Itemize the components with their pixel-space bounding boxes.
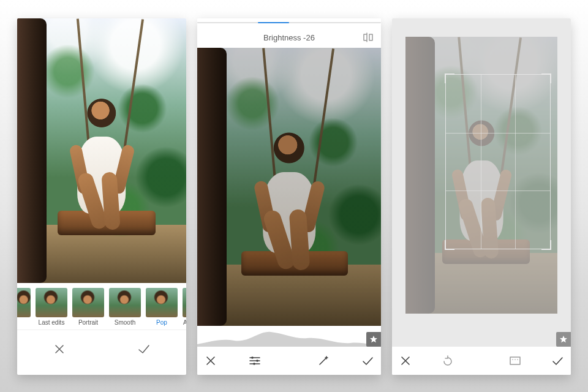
confirm-button[interactable]: [354, 349, 381, 373]
action-bar: [17, 330, 186, 368]
filter-label: Portrait: [78, 319, 98, 326]
svg-rect-3: [510, 357, 520, 364]
filter-item[interactable]: [17, 288, 31, 319]
filter-item-active[interactable]: Pop: [146, 288, 178, 326]
filter-thumbnail: [72, 288, 104, 317]
sliders-icon: [249, 355, 261, 366]
preview-image[interactable]: [197, 48, 381, 326]
favorite-badge[interactable]: [556, 332, 571, 347]
confirm-button[interactable]: [128, 337, 160, 361]
filter-item[interactable]: Smooth: [109, 288, 141, 326]
histogram: [197, 326, 381, 347]
check-icon: [137, 343, 151, 355]
filter-item[interactable]: Last edits: [36, 288, 67, 326]
filter-thumbnail: [17, 288, 31, 317]
confirm-button[interactable]: [544, 349, 571, 373]
check-icon: [361, 355, 374, 366]
filter-label: Pop: [156, 319, 167, 326]
cancel-button[interactable]: [392, 349, 419, 373]
filter-item[interactable]: Accentuate: [183, 288, 186, 326]
filter-label: Smooth: [115, 319, 135, 326]
crop-toolbar: [392, 347, 571, 375]
close-icon: [400, 355, 411, 366]
favorite-badge[interactable]: [366, 332, 381, 347]
filter-label: Accentuate: [183, 319, 186, 326]
adjustment-slider[interactable]: [197, 18, 381, 27]
compare-icon: [362, 32, 374, 43]
screen-crop: [392, 18, 571, 375]
filter-item[interactable]: Portrait: [72, 288, 104, 326]
auto-button[interactable]: [307, 349, 339, 373]
cancel-button[interactable]: [43, 337, 75, 361]
close-icon: [205, 355, 216, 366]
tune-toolbar: [197, 347, 381, 375]
filter-label: Last edits: [39, 319, 65, 326]
svg-point-5: [514, 359, 516, 360]
tune-button[interactable]: [239, 349, 271, 373]
compare-button[interactable]: [361, 31, 375, 44]
filter-strip[interactable]: Last edits Portrait Smooth Pop Accentuat…: [17, 283, 186, 330]
star-icon: [559, 335, 568, 344]
filter-thumbnail: [36, 288, 67, 317]
screen-tune: Brightness -26: [197, 18, 381, 375]
filter-thumbnail: [146, 288, 178, 317]
filter-thumbnail: [183, 288, 186, 317]
check-icon: [551, 355, 564, 366]
dim-overlay: [392, 18, 571, 375]
aspect-button[interactable]: [499, 349, 531, 373]
screen-filters: Last edits Portrait Smooth Pop Accentuat…: [17, 18, 186, 375]
adjustment-title-bar: Brightness -26: [197, 27, 381, 48]
svg-point-0: [251, 356, 254, 359]
rotate-icon: [441, 355, 454, 367]
svg-point-6: [517, 359, 518, 360]
svg-point-1: [256, 360, 258, 362]
magic-wand-icon: [317, 355, 330, 367]
adjustment-title: Brightness -26: [263, 33, 315, 42]
svg-point-4: [512, 359, 513, 360]
aspect-ratio-icon: [508, 355, 522, 366]
svg-point-2: [253, 363, 255, 365]
rotate-button[interactable]: [432, 349, 464, 373]
preview-image[interactable]: [17, 18, 186, 283]
close-icon: [53, 343, 66, 355]
cancel-button[interactable]: [197, 349, 224, 373]
star-icon: [369, 335, 378, 344]
filter-thumbnail: [109, 288, 141, 317]
